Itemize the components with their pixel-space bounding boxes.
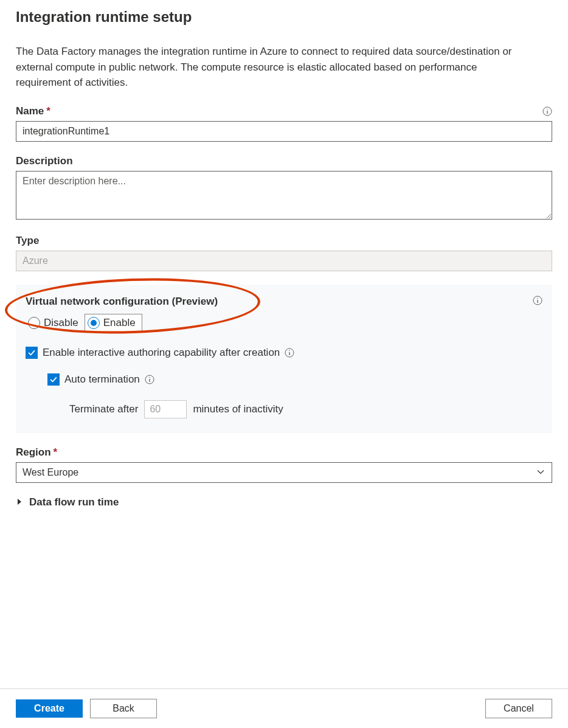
svg-point-5 — [537, 297, 538, 298]
svg-point-8 — [289, 350, 290, 350]
auto-termination-checkbox[interactable] — [47, 373, 60, 386]
vnet-radio-disable-label: Disable — [44, 317, 78, 329]
interactive-authoring-label[interactable]: Enable interactive authoring capability … — [43, 347, 280, 359]
type-input — [16, 251, 552, 271]
auto-termination-label[interactable]: Auto termination — [64, 373, 140, 386]
info-icon[interactable] — [533, 296, 542, 305]
interactive-authoring-checkbox[interactable] — [26, 347, 38, 359]
page-title: Integration runtime setup — [16, 9, 552, 26]
vnet-radio-group: Disable Enable — [26, 314, 142, 332]
dataflow-runtime-label: Data flow run time — [29, 496, 119, 508]
minutes-inactivity-label: minutes of inactivity — [193, 403, 283, 415]
footer: Create Back Cancel — [0, 688, 568, 728]
terminate-after-label: Terminate after — [69, 403, 138, 415]
description-field-group: Description — [16, 155, 552, 221]
vnet-radio-enable-label: Enable — [103, 317, 136, 329]
terminate-after-input[interactable] — [144, 400, 187, 418]
name-input[interactable] — [16, 121, 552, 142]
type-field-group: Type — [16, 235, 552, 271]
name-field-group: Name* — [16, 105, 552, 142]
auto-termination-row: Auto termination — [47, 373, 542, 386]
vnet-heading: Virtual network configuration (Preview) — [26, 296, 542, 308]
name-label: Name* — [16, 105, 50, 117]
info-icon[interactable] — [145, 375, 154, 384]
cancel-button[interactable]: Cancel — [485, 699, 552, 718]
create-button[interactable]: Create — [16, 699, 83, 718]
description-input[interactable] — [16, 171, 552, 220]
svg-point-11 — [149, 376, 150, 377]
page-description: The Data Factory manages the integration… — [16, 44, 533, 91]
chevron-right-icon — [16, 496, 23, 508]
vnet-panel: Virtual network configuration (Preview) … — [16, 285, 552, 433]
dataflow-runtime-expand[interactable]: Data flow run time — [16, 496, 552, 508]
back-button[interactable]: Back — [90, 699, 157, 718]
info-icon[interactable] — [285, 348, 294, 358]
interactive-authoring-row: Enable interactive authoring capability … — [26, 347, 542, 359]
type-label: Type — [16, 235, 552, 247]
vnet-radio-disable[interactable]: Disable — [26, 314, 85, 331]
region-label: Region* — [16, 446, 552, 459]
region-select[interactable]: West Europe — [16, 462, 552, 483]
description-label: Description — [16, 155, 552, 167]
region-field-group: Region* West Europe — [16, 446, 552, 483]
info-icon[interactable] — [542, 106, 552, 116]
vnet-radio-enable[interactable]: Enable — [85, 314, 142, 332]
svg-point-2 — [547, 108, 547, 109]
terminate-after-row: Terminate after minutes of inactivity — [69, 400, 542, 418]
